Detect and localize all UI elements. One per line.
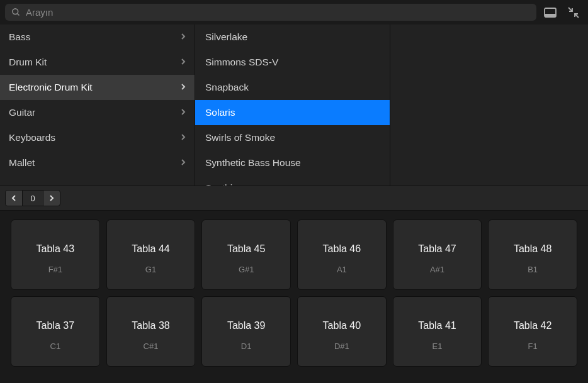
category-item[interactable]: Guitar — [0, 100, 195, 125]
pad-note: A1 — [337, 265, 347, 274]
drum-pad[interactable]: Tabla 40D#1 — [297, 296, 387, 367]
chevron-right-icon — [181, 157, 186, 169]
drum-pad[interactable]: Tabla 46A1 — [297, 219, 387, 290]
category-label: Mallet — [9, 157, 35, 169]
drum-pad[interactable]: Tabla 48B1 — [488, 219, 577, 290]
collapse-icon — [568, 7, 579, 18]
chevron-right-icon — [181, 31, 186, 43]
pad-title: Tabla 39 — [227, 320, 266, 331]
chevron-left-icon — [11, 194, 16, 203]
panel-icon — [544, 8, 557, 18]
pad-title: Tabla 44 — [132, 243, 170, 255]
preset-label: Snapback — [205, 82, 249, 93]
drum-pad[interactable]: Tabla 43F#1 — [11, 219, 100, 290]
category-list[interactable]: BassDrum KitElectronic Drum KitGuitarKey… — [0, 25, 195, 186]
pad-note: F#1 — [48, 265, 62, 274]
search-input[interactable] — [26, 7, 530, 18]
pad-note: C#1 — [144, 341, 159, 351]
preset-label: Synthie — [205, 182, 238, 186]
search-field-wrap[interactable] — [5, 4, 536, 21]
category-label: Guitar — [9, 107, 35, 118]
preset-label: Solaris — [205, 107, 235, 118]
top-right-controls — [544, 7, 583, 18]
category-label: Electronic Drum Kit — [9, 82, 93, 93]
pad-title: Tabla 41 — [418, 320, 456, 331]
preset-item[interactable]: Synthie — [195, 175, 390, 186]
category-label: Drum Kit — [9, 57, 47, 68]
collapse-button[interactable] — [568, 7, 579, 18]
pad-title: Tabla 45 — [227, 243, 266, 255]
svg-rect-3 — [545, 14, 556, 17]
page-prev-button[interactable] — [5, 190, 23, 206]
top-bar — [0, 0, 588, 25]
preset-label: Synthetic Bass House — [205, 157, 301, 169]
pad-title: Tabla 43 — [37, 243, 75, 255]
page-number: 0 — [23, 190, 43, 206]
preset-label: Swirls of Smoke — [205, 132, 275, 143]
pad-title: Tabla 37 — [37, 320, 75, 331]
pad-note: A#1 — [430, 265, 444, 274]
category-item[interactable]: Keyboards — [0, 125, 195, 150]
pad-title: Tabla 38 — [132, 320, 170, 331]
pad-note: C1 — [50, 341, 61, 351]
pad-title: Tabla 48 — [514, 243, 552, 255]
pad-note: D1 — [241, 341, 252, 351]
preset-item[interactable]: Solaris — [195, 100, 390, 125]
drum-pad[interactable]: Tabla 42F1 — [488, 296, 577, 367]
drum-pad[interactable]: Tabla 47A#1 — [393, 219, 482, 290]
preset-list[interactable]: SilverlakeSimmons SDS-VSnapbackSolarisSw… — [195, 25, 390, 186]
pad-title: Tabla 42 — [514, 320, 552, 331]
pad-note: F1 — [528, 341, 538, 351]
browser-panel: BassDrum KitElectronic Drum KitGuitarKey… — [0, 25, 588, 186]
chevron-right-icon — [181, 132, 186, 143]
preset-item[interactable]: Silverlake — [195, 25, 390, 50]
chevron-right-icon — [181, 107, 186, 118]
category-item[interactable]: Drum Kit — [0, 50, 195, 75]
preset-label: Silverlake — [205, 31, 247, 43]
browser-empty-column — [390, 25, 588, 186]
drum-pad[interactable]: Tabla 38C#1 — [106, 296, 196, 367]
category-label: Keyboards — [9, 132, 55, 143]
preset-item[interactable]: Swirls of Smoke — [195, 125, 390, 150]
pad-area: Tabla 43F#1Tabla 44G1Tabla 45G#1Tabla 46… — [0, 211, 588, 375]
pad-title: Tabla 47 — [418, 243, 456, 255]
pad-note: G1 — [145, 265, 156, 274]
pad-note: B1 — [528, 265, 538, 274]
panel-toggle-button[interactable] — [544, 8, 557, 18]
drum-pad[interactable]: Tabla 41E1 — [393, 296, 482, 367]
svg-line-1 — [17, 13, 19, 15]
page-next-button[interactable] — [43, 190, 60, 206]
preset-label: Simmons SDS-V — [205, 57, 278, 68]
pad-note: G#1 — [239, 265, 254, 274]
drum-pad[interactable]: Tabla 37C1 — [11, 296, 100, 367]
category-item[interactable]: Electronic Drum Kit — [0, 75, 195, 100]
preset-item[interactable]: Simmons SDS-V — [195, 50, 390, 75]
chevron-right-icon — [49, 194, 54, 203]
category-item[interactable]: Bass — [0, 25, 195, 50]
svg-point-0 — [13, 9, 18, 14]
pad-title: Tabla 40 — [323, 320, 361, 331]
drum-pad[interactable]: Tabla 44G1 — [106, 219, 196, 290]
drum-pad[interactable]: Tabla 45G#1 — [201, 219, 291, 290]
page-navigator: 0 — [0, 186, 588, 211]
pad-grid: Tabla 43F#1Tabla 44G1Tabla 45G#1Tabla 46… — [11, 219, 577, 367]
category-item[interactable]: Mallet — [0, 150, 195, 175]
pad-note: D#1 — [334, 341, 349, 351]
preset-item[interactable]: Snapback — [195, 75, 390, 100]
chevron-right-icon — [181, 82, 186, 93]
preset-item[interactable]: Synthetic Bass House — [195, 150, 390, 175]
category-label: Bass — [9, 31, 30, 43]
search-icon — [11, 8, 21, 17]
chevron-right-icon — [181, 57, 186, 68]
pad-title: Tabla 46 — [323, 243, 361, 255]
pad-note: E1 — [433, 341, 443, 351]
drum-pad[interactable]: Tabla 39D1 — [201, 296, 291, 367]
